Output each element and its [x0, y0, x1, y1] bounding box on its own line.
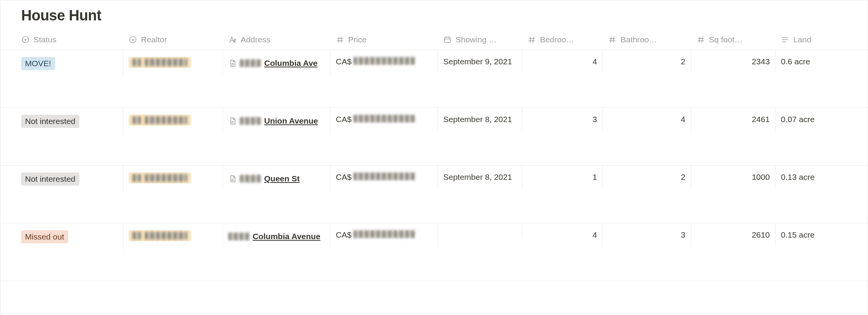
redacted-text	[145, 174, 187, 182]
realtor-chip[interactable]	[129, 57, 191, 68]
land-value: 0.6 acre	[781, 57, 810, 66]
cell-bathrooms[interactable]: 2	[603, 50, 691, 73]
col-label: Bathroo…	[620, 35, 657, 44]
cell-bedrooms[interactable]: 4	[522, 50, 603, 73]
cell-showing-date[interactable]: September 8, 2021	[438, 166, 522, 189]
cell-showing-date[interactable]: September 9, 2021	[438, 50, 522, 73]
col-label: Sq foot…	[709, 35, 743, 44]
cell-price[interactable]: CA$	[330, 108, 438, 131]
number-icon	[528, 35, 536, 44]
cell-price[interactable]: CA$	[330, 50, 438, 73]
col-header-status[interactable]: Status	[16, 29, 123, 50]
realtor-chip[interactable]	[129, 173, 191, 183]
text-title-icon	[228, 35, 237, 44]
col-header-price[interactable]: Price	[330, 29, 438, 50]
table-body: MOVE!Columbia AveCA$September 9, 2021422…	[0, 50, 868, 281]
cell-bedrooms[interactable]: 1	[522, 166, 603, 189]
number-icon	[608, 35, 617, 44]
table-row[interactable]: MOVE!Columbia AveCA$September 9, 2021422…	[0, 50, 868, 108]
select-icon	[129, 35, 137, 44]
col-label: Realtor	[141, 35, 167, 44]
number-icon	[697, 35, 705, 44]
cell-sqft[interactable]: 2610	[691, 223, 776, 246]
col-label: Showing …	[456, 35, 497, 44]
date-value: September 8, 2021	[443, 173, 512, 182]
col-label: Status	[34, 35, 57, 44]
redacted-text	[240, 175, 261, 183]
status-badge: MOVE!	[21, 57, 55, 70]
number-value: 4	[528, 230, 597, 240]
cell-realtor[interactable]	[123, 223, 223, 248]
redacted-text	[354, 115, 415, 122]
cell-land[interactable]: 0.6 acre	[776, 50, 868, 73]
cell-bathrooms[interactable]: 4	[603, 108, 691, 131]
col-label: Address	[241, 35, 270, 44]
cell-address[interactable]: Columbia Avenue	[223, 223, 330, 250]
calendar-icon	[443, 35, 452, 44]
cell-status[interactable]: Missed out	[16, 223, 123, 250]
cell-bathrooms[interactable]: 2	[603, 166, 691, 189]
table-row[interactable]: Not interestedQueen StCA$September 8, 20…	[0, 166, 868, 223]
cell-sqft[interactable]: 2461	[691, 108, 776, 131]
table-row[interactable]: Not interestedUnion AvenueCA$September 8…	[0, 108, 868, 166]
cell-price[interactable]: CA$	[330, 166, 438, 189]
col-header-bathrooms[interactable]: Bathroo…	[603, 29, 691, 50]
cell-bathrooms[interactable]: 3	[603, 223, 691, 246]
cell-address[interactable]: Union Avenue	[223, 108, 330, 134]
currency-prefix: CA$	[336, 57, 352, 66]
number-value: 2	[608, 57, 685, 66]
number-value: 2610	[697, 230, 770, 240]
number-value: 1000	[697, 173, 770, 182]
col-header-land[interactable]: Land	[776, 29, 868, 50]
cell-showing-date[interactable]	[438, 223, 522, 237]
redacted-text	[240, 59, 261, 67]
cell-sqft[interactable]: 2343	[691, 50, 776, 73]
cell-status[interactable]: MOVE!	[16, 50, 123, 77]
cell-realtor[interactable]	[123, 50, 223, 75]
currency-prefix: CA$	[336, 173, 352, 182]
realtor-chip[interactable]	[129, 115, 191, 126]
redacted-text	[354, 230, 415, 238]
address-link[interactable]: Union Avenue	[264, 115, 318, 127]
redacted-text	[228, 233, 250, 240]
page-icon	[228, 59, 237, 67]
address-link[interactable]: Queen St	[264, 173, 300, 185]
database-frame: House Hunt Status Realtor Address Price …	[0, 0, 868, 315]
date-value: September 9, 2021	[443, 57, 512, 66]
cell-status[interactable]: Not interested	[16, 108, 123, 135]
table-header: Status Realtor Address Price Showing … B…	[0, 29, 868, 50]
cell-land[interactable]: 0.07 acre	[776, 108, 868, 131]
cell-land[interactable]: 0.15 acre	[776, 223, 868, 246]
cell-land[interactable]: 0.13 acre	[776, 166, 868, 189]
cell-address[interactable]: Queen St	[223, 166, 330, 192]
svg-rect-2	[445, 37, 451, 42]
cell-realtor[interactable]	[123, 166, 223, 190]
redacted-text	[132, 59, 141, 66]
redacted-text	[240, 117, 261, 125]
col-header-address[interactable]: Address	[223, 29, 330, 50]
currency-prefix: CA$	[336, 115, 352, 124]
realtor-chip[interactable]	[129, 230, 191, 241]
land-value: 0.07 acre	[781, 115, 815, 124]
cell-bedrooms[interactable]: 4	[522, 223, 603, 246]
cell-status[interactable]: Not interested	[16, 166, 123, 193]
address-link[interactable]: Columbia Ave	[264, 57, 317, 69]
cell-bedrooms[interactable]: 3	[522, 108, 603, 131]
cell-price[interactable]: CA$	[330, 223, 438, 246]
table-row[interactable]: Missed outColumbia AvenueCA$4326100.15 a…	[0, 223, 868, 281]
col-header-bedrooms[interactable]: Bedroo…	[522, 29, 603, 50]
redacted-text	[354, 57, 415, 65]
currency-prefix: CA$	[336, 230, 352, 240]
number-value: 4	[608, 115, 685, 124]
col-header-sqft[interactable]: Sq foot…	[691, 29, 776, 50]
number-value: 2343	[697, 57, 770, 66]
cell-address[interactable]: Columbia Ave	[223, 50, 330, 76]
cell-showing-date[interactable]: September 8, 2021	[438, 108, 522, 131]
col-header-realtor[interactable]: Realtor	[123, 29, 223, 50]
cell-realtor[interactable]	[123, 108, 223, 132]
cell-sqft[interactable]: 1000	[691, 166, 776, 189]
col-header-showing[interactable]: Showing …	[438, 29, 522, 50]
select-icon	[21, 35, 30, 44]
address-link[interactable]: Columbia Avenue	[253, 230, 320, 243]
number-icon	[336, 35, 344, 44]
